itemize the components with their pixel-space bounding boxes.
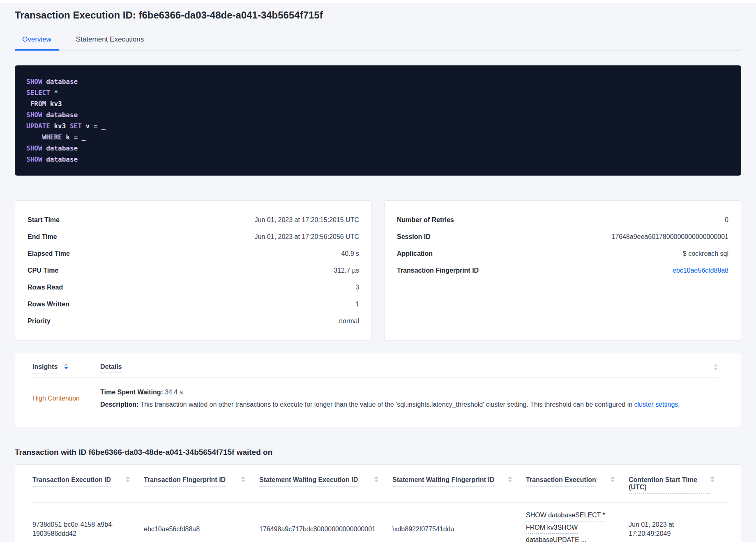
sort-up-icon [710, 476, 715, 479]
summary-value: 0 [725, 216, 728, 224]
insight-type-label: High Contention [32, 395, 100, 402]
summary-value: $ cockroach sql [683, 250, 728, 257]
summary-value: 3 [355, 284, 359, 291]
transaction-execution-id-cell: 9738d051-bc0e-4158-a9b4-1903586ddd42 [32, 512, 144, 542]
sort-up-icon [64, 363, 68, 366]
summary-row: Start Time Jun 01, 2023 at 17:20:15:2015… [28, 216, 359, 224]
sort-icon[interactable] [611, 476, 615, 482]
time-spent-waiting-label: Time Spent Waiting: [100, 389, 163, 396]
summary-row: CPU Time 312.7 µs [28, 267, 359, 274]
table-row: 9738d051-bc0e-4158-a9b4-1903586ddd42 ebc… [32, 503, 728, 542]
waited-on-table-header: Transaction Execution ID Transaction Fin… [32, 465, 728, 503]
summary-label: Start Time [28, 216, 60, 224]
sort-down-icon [710, 480, 715, 482]
summary-row: Application $ cockroach sql [397, 250, 728, 257]
session-summary-card: Number of Retries 0 Session ID 17648a9ee… [384, 200, 741, 340]
sort-down-icon [611, 480, 615, 482]
summary-label: Transaction Fingerprint ID [397, 267, 479, 274]
statement-waiting-execution-id-cell: 176498a9c717bdc80000000000000001 [259, 517, 392, 542]
summary-label: Elapsed Time [28, 250, 70, 257]
summary-label: End Time [28, 233, 57, 241]
transaction-details-page: Transaction Execution ID: f6be6366-da03-… [0, 9, 756, 542]
summary-label: Rows Read [28, 284, 63, 291]
sort-icon[interactable] [64, 363, 68, 369]
sort-icon[interactable] [508, 476, 512, 482]
summary-label: Session ID [397, 233, 431, 241]
summary-label: Number of Retries [397, 216, 454, 224]
insight-row: High Contention Time Spent Waiting: 34.4… [32, 378, 718, 421]
sort-up-icon [241, 476, 245, 479]
summary-label: Rows Written [28, 301, 69, 308]
column-header-contention-start-time[interactable]: Contention Start Time (UTC) [629, 476, 710, 494]
statement-waiting-fingerprint-id-cell: \xdb8922f077541dda [392, 517, 526, 542]
insights-table-card: Insights Details High Contention Time Sp… [15, 353, 741, 427]
time-spent-waiting-value: 34.4 s [165, 389, 183, 396]
summary-row: End Time Jun 01, 2023 at 17:20:56:2056 U… [28, 233, 359, 241]
summary-value: 17648a9eea6017800000000000000001 [611, 233, 728, 241]
sort-down-icon [374, 480, 378, 482]
insights-table-header: Insights Details [32, 353, 718, 378]
column-header-transaction-execution[interactable]: Transaction Execution [526, 476, 596, 486]
sort-icon[interactable] [710, 476, 715, 482]
sort-icon[interactable] [126, 476, 130, 482]
sort-down-icon [508, 480, 512, 482]
summary-cards-row: Start Time Jun 01, 2023 at 17:20:15:2015… [15, 200, 741, 340]
summary-value: Jun 01, 2023 at 17:20:56:2056 UTC [255, 233, 359, 241]
sort-up-icon [611, 476, 615, 479]
sort-icon[interactable] [374, 476, 378, 482]
top-strip [0, 0, 756, 3]
execution-summary-card: Start Time Jun 01, 2023 at 17:20:15:2015… [15, 200, 372, 340]
sort-down-icon [714, 368, 718, 370]
tab-bar: Overview Statement Executions [15, 35, 741, 51]
sort-icon[interactable] [714, 364, 718, 370]
details-column-header[interactable]: Details [100, 363, 122, 373]
column-header-transaction-fingerprint-id[interactable]: Transaction Fingerprint ID [144, 476, 226, 486]
transaction-fingerprint-id-cell: ebc10ae56cfd88a8 [144, 517, 259, 542]
waited-on-table-card: Transaction Execution ID Transaction Fin… [15, 464, 741, 542]
summary-row: Session ID 17648a9eea6017800000000000000… [397, 233, 728, 241]
description-text: This transaction waited on other transac… [141, 401, 634, 408]
summary-row: Rows Written 1 [28, 301, 359, 308]
summary-row: Elapsed Time 40.9 s [28, 250, 359, 257]
column-header-statement-waiting-fingerprint-id[interactable]: Statement Waiting Fingerprint ID [392, 476, 494, 486]
summary-row: Priority normal [28, 317, 359, 325]
sql-statement-box: SHOW databaseSELECT * FROM kv3SHOW datab… [15, 65, 741, 176]
sort-up-icon [508, 476, 512, 479]
contention-start-time-cell: Jun 01, 2023 at 17:20:49:2049 [629, 512, 728, 542]
column-header-transaction-execution-id[interactable]: Transaction Execution ID [32, 476, 111, 486]
summary-value: normal [339, 317, 359, 325]
insight-details: Time Spent Waiting: 34.4 s Description: … [100, 389, 680, 408]
cluster-settings-link[interactable]: cluster settings [634, 401, 678, 408]
sort-up-icon [126, 476, 130, 479]
summary-row: Transaction Fingerprint ID ebc10ae56cfd8… [397, 267, 728, 274]
sort-icon[interactable] [241, 476, 245, 482]
page-title: Transaction Execution ID: f6be6366-da03-… [15, 9, 741, 21]
transaction-fingerprint-link[interactable]: ebc10ae56cfd88a8 [673, 267, 728, 274]
sort-down-icon [126, 480, 130, 482]
summary-value: 312.7 µs [334, 267, 359, 274]
summary-label: CPU Time [28, 267, 58, 274]
sort-up-icon [714, 364, 718, 366]
summary-row: Rows Read 3 [28, 284, 359, 291]
summary-value: 1 [355, 301, 359, 308]
summary-label: Application [397, 250, 433, 257]
summary-value: 40.9 s [341, 250, 359, 257]
waited-on-heading: Transaction with ID f6be6366-da03-48de-a… [15, 448, 741, 457]
transaction-execution-statement-link[interactable]: SHOW databaseSELECT *FROM kv3SHOWdatabas… [526, 503, 629, 542]
description-label: Description: [100, 401, 138, 408]
column-header-statement-waiting-execution-id[interactable]: Statement Waiting Execution ID [259, 476, 358, 486]
sort-down-icon [241, 480, 245, 482]
summary-row: Number of Retries 0 [397, 216, 728, 224]
description-suffix: . [678, 401, 680, 408]
insights-column-header[interactable]: Insights [32, 363, 58, 373]
sort-up-icon [374, 476, 378, 479]
sort-down-icon [64, 367, 68, 369]
summary-label: Priority [28, 317, 51, 325]
tab-overview[interactable]: Overview [15, 35, 59, 51]
summary-value: Jun 01, 2023 at 17:20:15:2015 UTC [255, 216, 359, 224]
tab-statement-executions[interactable]: Statement Executions [69, 35, 151, 50]
